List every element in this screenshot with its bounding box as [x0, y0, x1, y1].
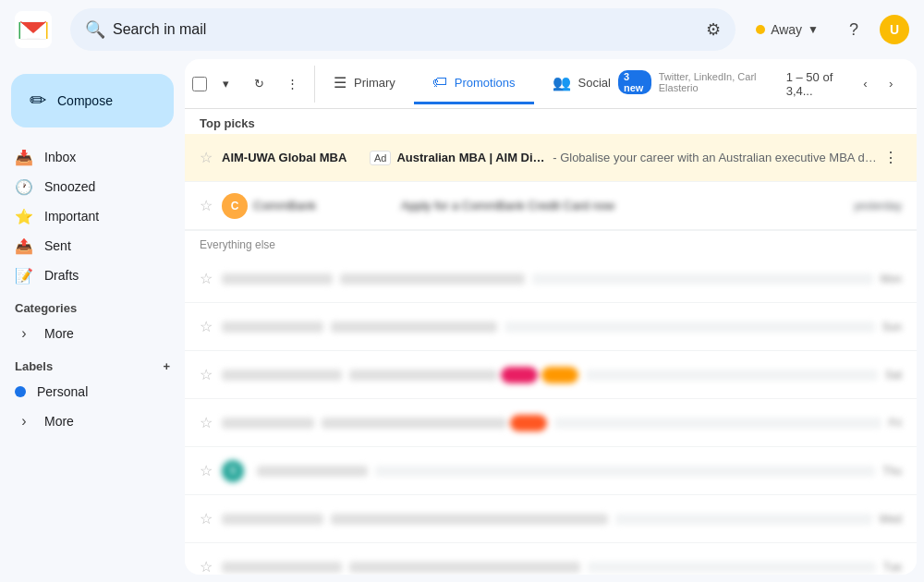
sidebar-item-important[interactable]: ⭐ Important [0, 201, 174, 231]
drafts-icon: 📝 [15, 267, 33, 285]
refresh-icon: ↻ [254, 77, 264, 91]
email-right: yesterday [854, 200, 902, 212]
star-icon[interactable]: ☆ [200, 366, 213, 383]
drafts-label: Drafts [44, 268, 163, 283]
sidebar-item-personal[interactable]: Personal [0, 377, 174, 406]
snoozed-icon: 🕐 [15, 178, 33, 196]
avatar[interactable]: U [880, 15, 909, 44]
avatar-initial: U [890, 22, 899, 37]
email-sender: CommBank [253, 199, 401, 212]
table-row[interactable]: ☆ C CommBank Apply for a CommBank Credit… [185, 182, 917, 230]
email-sender: AIM-UWA Global MBA [222, 151, 370, 164]
sidebar-item-more-labels[interactable]: › More [0, 406, 174, 436]
row-left: ☆ [200, 149, 222, 166]
main-content: ✏ Compose 📥 Inbox 🕐 Snoozed ⭐ Important … [0, 59, 924, 582]
help-icon: ? [849, 20, 858, 40]
row-left: ☆ [200, 197, 222, 214]
compose-label: Compose [57, 93, 113, 108]
primary-tab-icon: ☰ [334, 74, 346, 91]
star-icon[interactable]: ☆ [200, 270, 213, 287]
star-icon[interactable]: ☆ [200, 510, 213, 527]
personal-label: Personal [37, 384, 163, 399]
sidebar: ✏ Compose 📥 Inbox 🕐 Snoozed ⭐ Important … [0, 59, 185, 582]
email-subject: Apply for a CommBank Credit Card now [401, 199, 614, 212]
row-left: ☆ [200, 510, 222, 527]
prev-page-button[interactable]: ‹ [855, 71, 877, 97]
chevron-down-icon: ▼ [808, 23, 819, 36]
social-tab-icon: 👥 [553, 74, 571, 91]
tabs-row: ▾ ↻ ⋮ ☰ Primary 🏷 Promotions [185, 59, 917, 109]
star-icon[interactable]: ☆ [200, 197, 213, 214]
row-left: ☆ [200, 366, 222, 383]
email-time: yesterday [854, 200, 902, 212]
table-row[interactable]: ☆ Sun [185, 303, 917, 351]
more-icon: ⋮ [286, 77, 298, 91]
table-row[interactable]: ☆ Mon [185, 255, 917, 303]
filter-icon[interactable]: ⚙ [706, 19, 721, 40]
star-icon[interactable]: ☆ [200, 558, 213, 575]
sent-label: Sent [44, 238, 163, 253]
everything-else-header: Everything else [185, 230, 917, 255]
inbox-label: Inbox [44, 150, 163, 164]
important-icon: ⭐ [15, 208, 33, 225]
table-row[interactable]: ☆ S Thu [185, 447, 917, 495]
more-categories-label: More [44, 326, 163, 341]
sidebar-item-sent[interactable]: 📤 Sent [0, 231, 174, 261]
search-icon: 🔍 [85, 19, 105, 40]
table-row[interactable]: ☆ AIM-UWA Global MBA Ad Australian MBA |… [185, 134, 917, 182]
compose-plus-icon: ✏ [30, 89, 46, 113]
top-picks-header: Top picks [185, 109, 917, 134]
more-button[interactable]: ⋮ [880, 145, 902, 170]
personal-label-dot [15, 386, 26, 397]
important-label: Important [44, 209, 163, 224]
sidebar-item-snoozed[interactable]: 🕐 Snoozed [0, 172, 174, 201]
more-toolbar-button[interactable]: ⋮ [277, 69, 307, 99]
email-body: Australian MBA | AIM Diploma - Globalise… [396, 151, 880, 164]
topbar: 🔍 ⚙ Away ▼ ? U [0, 0, 924, 59]
table-row[interactable]: ☆ Tue [185, 543, 917, 575]
table-row[interactable]: ☆ Wed [185, 495, 917, 543]
email-panel: ▾ ↻ ⋮ ☰ Primary 🏷 Promotions [185, 59, 917, 575]
avatar: C [222, 193, 248, 219]
inbox-icon: 📥 [15, 149, 33, 166]
ad-badge: Ad [370, 151, 391, 165]
tab-primary[interactable]: ☰ Primary [315, 63, 414, 105]
help-button[interactable]: ? [835, 11, 872, 48]
promotions-tab-label: Promotions [455, 76, 516, 90]
away-status-dot [756, 25, 765, 34]
more-labels-label: More [44, 414, 163, 429]
next-page-button[interactable]: › [880, 71, 902, 97]
sidebar-item-drafts[interactable]: 📝 Drafts [0, 261, 174, 290]
gmail-logo [15, 11, 52, 48]
star-icon[interactable]: ☆ [200, 318, 213, 335]
star-icon[interactable]: ☆ [200, 414, 213, 431]
pagination-text: 1 – 50 of 3,4... [786, 70, 851, 98]
labels-section-label: Labels + [0, 348, 185, 377]
search-bar[interactable]: 🔍 ⚙ [70, 8, 736, 51]
table-row[interactable]: ☆ Sat [185, 351, 917, 399]
compose-button[interactable]: ✏ Compose [11, 74, 174, 127]
away-button[interactable]: Away ▼ [747, 17, 828, 42]
select-all-checkbox[interactable] [192, 77, 207, 91]
sidebar-item-inbox[interactable]: 📥 Inbox [0, 142, 174, 172]
refresh-button[interactable]: ↻ [244, 69, 274, 99]
categories-section-label: Categories [0, 290, 185, 319]
add-label-icon[interactable]: + [163, 359, 170, 373]
search-input[interactable] [113, 21, 699, 38]
snoozed-label: Snoozed [44, 179, 163, 194]
social-tab-label: Social [578, 76, 611, 90]
table-row[interactable]: ☆ Fri [185, 399, 917, 447]
row-left: ☆ [200, 270, 222, 287]
row-left: ☆ [200, 462, 222, 479]
gmail-logo-icon [15, 11, 52, 48]
row-left: ☆ [200, 558, 222, 575]
email-body: Apply for a CommBank Credit Card now [401, 199, 854, 212]
star-icon[interactable]: ☆ [200, 462, 213, 479]
social-badge: 3 new [618, 70, 651, 94]
more-labels-icon: › [15, 413, 33, 430]
select-dropdown-button[interactable]: ▾ [211, 69, 240, 99]
tab-social[interactable]: 👥 Social 3 new Twitter, LinkedIn, Carl E… [534, 59, 786, 108]
tab-promotions[interactable]: 🏷 Promotions [414, 63, 534, 104]
star-icon[interactable]: ☆ [200, 149, 213, 166]
sidebar-item-more-categories[interactable]: › More [0, 319, 174, 348]
